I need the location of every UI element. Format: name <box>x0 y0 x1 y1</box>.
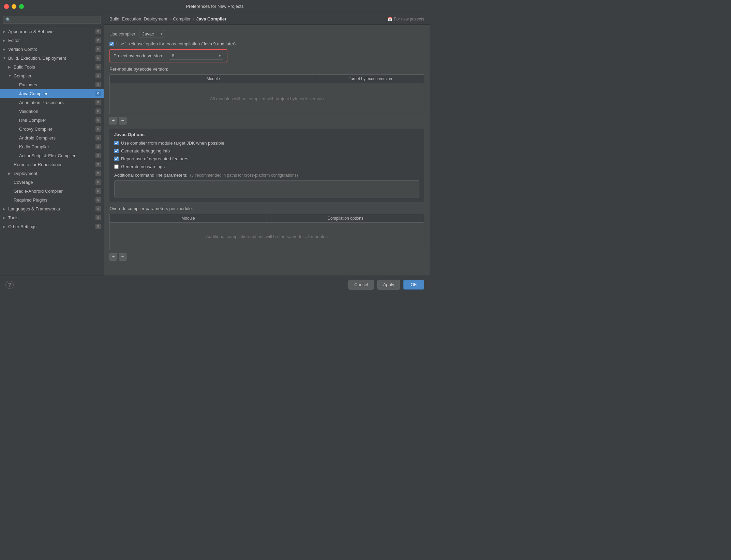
content-body: Use compiler: Javac Eclipse Ajc Use '--r… <box>104 25 430 276</box>
arrow-right-icon: ▶ <box>3 207 8 211</box>
bytecode-row-highlighted: Project bytecode version: 8 11 17 <box>109 49 227 62</box>
gear-icon: ⚙ <box>95 144 101 149</box>
calendar-icon: 📅 <box>387 17 392 21</box>
gear-icon: ⚙ <box>95 135 101 141</box>
gear-icon: ⚙ <box>95 100 101 105</box>
close-button[interactable] <box>4 4 9 9</box>
use-compiler-row: Use compiler: Javac Eclipse Ajc <box>109 30 424 38</box>
sidebar-item-android-compilers[interactable]: ▶ Android Compilers ⚙ <box>0 133 104 142</box>
gear-icon: ⚙ <box>95 91 101 96</box>
remove-module-button[interactable]: − <box>119 117 126 124</box>
sidebar-item-label: Groovy Compiler <box>19 127 95 132</box>
arrow-down-icon: ▼ <box>8 74 14 78</box>
bytecode-version-select[interactable]: 8 11 17 <box>169 52 223 60</box>
gear-icon: ⚙ <box>95 171 101 176</box>
sidebar-item-deployment[interactable]: ▶ Deployment ⚙ <box>0 169 104 178</box>
for-new-projects-label: 📅 For new projects <box>387 17 424 21</box>
window-title: Preferences for New Projects <box>186 4 243 9</box>
per-module-empty-text: All modules will be compiled with projec… <box>210 96 324 101</box>
sidebar-item-label: Annotation Processors <box>19 100 95 105</box>
sidebar-item-label: Coverage <box>14 180 95 185</box>
per-module-table-controls: + − <box>109 117 424 124</box>
report-deprecated-label[interactable]: Report use of deprecated features <box>121 156 188 161</box>
apply-button[interactable]: Apply <box>377 280 400 290</box>
use-compiler-module-checkbox[interactable] <box>114 141 119 145</box>
javac-options-title: Javac Options <box>114 132 419 137</box>
breadcrumb-part1: Build, Execution, Deployment <box>109 16 167 21</box>
sidebar-item-rmi-compiler[interactable]: ▶ RMI Compiler ⚙ <box>0 116 104 124</box>
add-module-button[interactable]: + <box>109 117 117 124</box>
sidebar-item-build-execution[interactable]: ▼ Build, Execution, Deployment ⚙ <box>0 54 104 62</box>
generate-no-warnings-label[interactable]: Generate no warnings <box>121 164 165 169</box>
sidebar-item-annotation-processors[interactable]: ▶ Annotation Processors ⚙ <box>0 98 104 107</box>
gear-icon: ⚙ <box>95 197 101 203</box>
maximize-button[interactable] <box>19 4 24 9</box>
sidebar-item-build-tools[interactable]: ▶ Build Tools ⚙ <box>0 62 104 71</box>
sidebar-item-label: Android Compilers <box>19 135 95 141</box>
cross-compile-label[interactable]: Use '--release' option for cross-compila… <box>116 41 236 46</box>
javac-checkbox-0: Use compiler from module target JDK when… <box>114 141 419 146</box>
sidebar-item-appearance[interactable]: ▶ Appearance & Behavior ⚙ <box>0 27 104 36</box>
cross-compile-checkbox[interactable] <box>109 42 114 46</box>
report-deprecated-checkbox[interactable] <box>114 157 119 161</box>
gear-icon: ⚙ <box>95 73 101 78</box>
sidebar-item-actionscript-flex[interactable]: ▶ ActionScript & Flex Compiler ⚙ <box>0 151 104 160</box>
sidebar-item-kotlin-compiler[interactable]: ▶ Kotlin Compiler ⚙ <box>0 142 104 151</box>
main-layout: ▶ Appearance & Behavior ⚙ ▶ Editor ⚙ ▶ V… <box>0 13 430 276</box>
sidebar-item-label: Version Control <box>8 47 95 52</box>
ok-button[interactable]: OK <box>403 280 424 290</box>
minimize-button[interactable] <box>12 4 16 9</box>
gear-icon: ⚙ <box>95 153 101 158</box>
gear-icon: ⚙ <box>95 188 101 194</box>
sidebar-item-label: Other Settings <box>8 224 95 229</box>
gear-icon: ⚙ <box>95 179 101 185</box>
sidebar-item-excludes[interactable]: ▶ Excludes ⚙ <box>0 80 104 89</box>
sidebar-item-groovy-compiler[interactable]: ▶ Groovy Compiler ⚙ <box>0 124 104 133</box>
gear-icon: ⚙ <box>95 126 101 132</box>
sidebar-search-container <box>0 13 104 27</box>
override-compiler-label: Override compiler parameters per-module: <box>109 206 424 211</box>
override-table: Module Compilation options Additional co… <box>109 214 424 250</box>
sidebar-item-label: Kotlin Compiler <box>19 144 95 149</box>
arrow-right-icon: ▶ <box>8 65 14 69</box>
help-button[interactable]: ? <box>5 281 14 289</box>
arrow-icon: ▶ <box>3 47 8 51</box>
per-module-table-header: Module Target bytecode version <box>110 75 424 83</box>
sidebar-item-java-compiler[interactable]: ▶ Java Compiler ⚙ <box>0 89 104 98</box>
footer-right: Cancel Apply OK <box>348 280 424 290</box>
sidebar-item-label: Validation <box>19 109 95 114</box>
sidebar-item-editor[interactable]: ▶ Editor ⚙ <box>0 36 104 45</box>
use-compiler-module-label[interactable]: Use compiler from module target JDK when… <box>121 141 224 146</box>
remove-override-button[interactable]: − <box>119 253 126 261</box>
sidebar-item-coverage[interactable]: ▶ Coverage ⚙ <box>0 178 104 187</box>
cross-compile-row: Use '--release' option for cross-compila… <box>109 41 424 46</box>
sidebar-item-remote-jar[interactable]: ▶ Remote Jar Repositories ⚙ <box>0 160 104 169</box>
target-version-column-header: Target bytecode version <box>317 75 424 83</box>
bytecode-section: Project bytecode version: 8 11 17 <box>109 49 424 62</box>
sidebar-item-languages-frameworks[interactable]: ▶ Languages & Frameworks ⚙ <box>0 204 104 213</box>
bytecode-select-wrapper: 8 11 17 <box>169 52 223 60</box>
sidebar-item-label: Compiler <box>14 73 95 78</box>
sidebar-item-label: Required Plugins <box>14 197 95 203</box>
arrow-icon: ▶ <box>3 30 8 33</box>
sidebar-item-gradle-android[interactable]: ▶ Gradle-Android Compiler ⚙ <box>0 187 104 195</box>
generate-debug-label[interactable]: Generate debugging info <box>121 148 170 153</box>
additional-params-input[interactable] <box>114 180 419 197</box>
sidebar-item-version-control[interactable]: ▶ Version Control ⚙ <box>0 45 104 54</box>
add-override-button[interactable]: + <box>109 253 117 261</box>
sidebar-item-label: Build Tools <box>14 64 95 70</box>
gear-icon: ⚙ <box>95 29 101 34</box>
generate-debug-checkbox[interactable] <box>114 149 119 153</box>
sidebar-item-other-settings[interactable]: ▶ Other Settings ⚙ <box>0 222 104 231</box>
override-options-header: Compilation options <box>267 214 424 222</box>
sidebar-item-validation[interactable]: ▶ Validation ⚙ <box>0 107 104 116</box>
sidebar-item-compiler[interactable]: ▼ Compiler ⚙ <box>0 71 104 80</box>
compiler-select[interactable]: Javac Eclipse Ajc <box>139 30 165 38</box>
per-module-table-body: All modules will be compiled with projec… <box>110 83 424 114</box>
sidebar-item-required-plugins[interactable]: ▶ Required Plugins ⚙ <box>0 195 104 204</box>
sidebar-item-label: Tools <box>8 215 95 220</box>
generate-no-warnings-checkbox[interactable] <box>114 164 119 169</box>
sidebar-item-tools[interactable]: ▶ Tools ⚙ <box>0 213 104 222</box>
cancel-button[interactable]: Cancel <box>348 280 374 290</box>
search-input[interactable] <box>3 16 101 24</box>
